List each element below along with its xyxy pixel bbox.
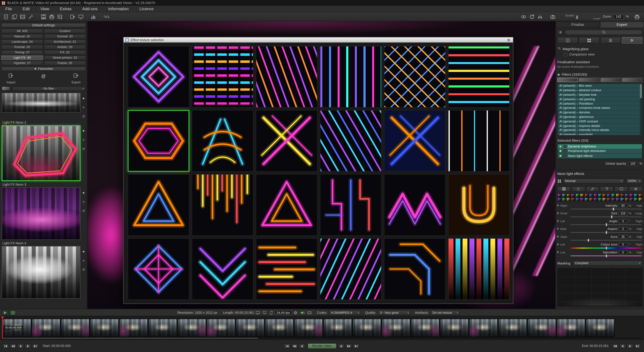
menu-addons[interactable]: Add-ons (77, 6, 103, 12)
texture-neon-chevrons-purple-cyan[interactable] (192, 238, 254, 300)
texture-preset-chip[interactable] (607, 198, 611, 201)
comparison-view-row[interactable]: Comparison view (564, 52, 642, 56)
texture-neon-horseshoe-orange[interactable] (448, 174, 510, 236)
favourites-bar[interactable]: ★ Favourites (1, 66, 86, 71)
step-forward-button[interactable] (338, 344, 344, 348)
filter-options-icon[interactable] (564, 145, 566, 148)
slider-track[interactable] (570, 232, 642, 232)
save-icon[interactable] (40, 13, 47, 20)
texture-neon-drips-orange[interactable] (192, 174, 254, 236)
skip-start-button[interactable] (284, 344, 290, 348)
texture-neon-vbars-purple[interactable] (320, 46, 382, 108)
menu-file[interactable]: File (0, 6, 17, 12)
view-tab-list[interactable] (600, 37, 621, 44)
magnifying-glass-row[interactable]: Magnifying glass (557, 46, 642, 51)
quality-dropdown[interactable]: 3 - Very good▾ (378, 310, 411, 315)
texture-preset-chip[interactable] (571, 193, 575, 197)
artefacts-dropdown[interactable]: Do not reduce▾ (430, 310, 460, 315)
timeline-frame-5[interactable] (119, 319, 148, 337)
refresh-icon[interactable] (82, 206, 85, 214)
expand-arrow-icon[interactable] (557, 243, 559, 246)
print-button[interactable] (633, 13, 641, 20)
skip-end-button[interactable] (32, 344, 38, 348)
texture-preset-chip[interactable] (584, 193, 588, 197)
monitor-icon[interactable] (255, 310, 260, 315)
slider-track[interactable] (570, 248, 642, 248)
square-tool-button[interactable] (614, 186, 628, 192)
timeline-scrollbar[interactable] (2, 338, 642, 339)
category-vignette[interactable]: Vignette: 27 (1, 61, 43, 65)
timeline-frame-10[interactable] (265, 319, 294, 337)
texture-preset-chip[interactable] (611, 198, 615, 201)
flip-horizontal-icon[interactable] (536, 13, 544, 20)
copy-icon[interactable] (11, 13, 18, 20)
texture-preset-chip[interactable] (571, 198, 575, 201)
slider-thumb[interactable] (588, 238, 590, 242)
step-back-button[interactable] (619, 344, 626, 348)
selected-filter-dynamic-brightness[interactable]: Dynamic brightness (558, 144, 642, 149)
render-video-button[interactable]: Render video (308, 343, 336, 349)
texture-neon-road-cyan[interactable] (192, 110, 254, 172)
step-forward-button[interactable] (25, 344, 31, 348)
texture-preset-chip[interactable] (562, 193, 566, 197)
category-fx[interactable]: FX: 22 (44, 50, 86, 55)
menu-edit[interactable]: Edit (17, 6, 35, 12)
rewind-button[interactable] (291, 344, 298, 348)
texture-preset-chip[interactable] (598, 198, 602, 201)
texture-neon-diagonals-cyan-magenta[interactable] (320, 238, 382, 300)
category-all[interactable]: All: 302 (1, 29, 43, 33)
frame-icon[interactable] (307, 310, 312, 315)
filter-item[interactable]: AI (artwork) – Pointillism (558, 102, 642, 106)
step-back-button[interactable] (299, 344, 305, 348)
category-architecture[interactable]: Architecture: 21 (44, 40, 86, 44)
rewind-button[interactable] (10, 344, 16, 348)
slider-thumb[interactable] (605, 246, 607, 250)
filter-item[interactable]: AI (general) – denoise (558, 110, 642, 115)
texture-neon-zigzag-magenta[interactable] (384, 174, 446, 236)
texture-neon-vlines-sparse[interactable] (448, 110, 510, 172)
expand-arrow-icon[interactable] (557, 220, 559, 222)
expand-arrow-icon[interactable] (557, 212, 559, 214)
filter-scrollbar[interactable] (640, 84, 642, 135)
texture-preset-chip[interactable] (625, 198, 629, 201)
slider-value[interactable]: 25 (618, 235, 628, 238)
timeline-frame-1[interactable]: 00:00:00.000 (2, 319, 31, 337)
selected-filter-neon-light-effects[interactable]: Neon light effects (558, 154, 642, 158)
category-natural[interactable]: Natural: 20 (1, 34, 43, 38)
zoom-value[interactable]: 142 (613, 14, 624, 19)
texture-preset-chip[interactable] (593, 198, 598, 201)
close-icon[interactable] (506, 38, 511, 42)
texture-neon-fan-magenta[interactable] (256, 46, 318, 108)
texture-preset-chip[interactable] (629, 198, 633, 201)
refresh-icon[interactable] (82, 112, 85, 120)
texture-preset-chip[interactable] (575, 198, 579, 201)
texture-neon-x-orange-blue[interactable] (384, 110, 446, 172)
texture-neon-crosshatch-orange-blue[interactable] (384, 46, 446, 108)
slider-value[interactable]: 116 (618, 211, 628, 215)
texture-neon-circuit-pink-blue[interactable] (320, 174, 382, 236)
preset-thumbnail-2[interactable] (2, 125, 80, 181)
texture-preset-chip[interactable] (589, 198, 593, 201)
timeline-frame-6[interactable] (148, 319, 177, 337)
plus-icon[interactable] (82, 136, 85, 143)
slider-track[interactable] (570, 216, 642, 217)
filter-item[interactable]: AI (artwork) – 80s neon (558, 84, 642, 88)
texture-preset-chip[interactable] (589, 193, 593, 197)
menu-information[interactable]: Information (103, 6, 134, 12)
timeline-frame-11[interactable] (294, 319, 323, 337)
texture-preset-chip[interactable] (580, 193, 584, 197)
slider-value[interactable]: 0 (618, 242, 628, 246)
texture-neon-hlines-rainbow[interactable] (448, 46, 510, 108)
timeline-frame-12[interactable] (323, 319, 352, 337)
timeline-frame-13[interactable] (352, 319, 381, 337)
filter-item[interactable]: AI (artwork) – abstract contour (558, 88, 642, 92)
texture-preset-chip[interactable] (638, 193, 642, 197)
filter-preview-tab[interactable] (557, 78, 578, 82)
filter-item[interactable]: AI (general) – glamorous (558, 115, 642, 119)
texture-neon-corners-blue-orange[interactable] (384, 238, 446, 300)
slider-value[interactable]: 60 (618, 204, 628, 207)
preview-area[interactable]: Effect texture selection (88, 21, 555, 309)
texture-preset-chip[interactable] (557, 198, 561, 201)
magic-wand-icon[interactable] (27, 13, 34, 20)
timeline-frame-18[interactable] (498, 319, 527, 337)
